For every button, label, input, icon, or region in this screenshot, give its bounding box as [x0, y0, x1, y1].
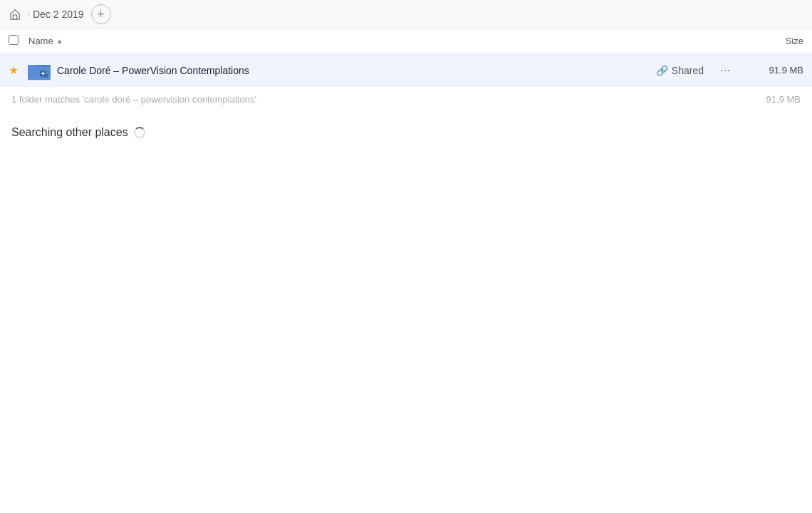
breadcrumb-separator: ›: [27, 9, 30, 19]
home-button[interactable]: [9, 8, 21, 21]
loading-spinner: [134, 127, 145, 138]
folder-icon: 🔗: [27, 58, 51, 83]
match-size: 91.9 MB: [766, 94, 801, 105]
column-header-row: Name ▲ Size: [0, 28, 812, 54]
more-options-button[interactable]: ···: [715, 61, 735, 81]
match-text: 1 folder matches 'carole doré – powervis…: [11, 94, 256, 105]
file-name-label: Carole Doré – PowerVision Contemplations: [57, 65, 656, 76]
breadcrumb-date[interactable]: Dec 2 2019: [33, 9, 84, 20]
link-icon: 🔗: [656, 65, 668, 76]
name-column-header[interactable]: Name ▲: [28, 36, 732, 46]
svg-rect-0: [13, 14, 16, 19]
checkbox-input[interactable]: [9, 35, 19, 45]
shared-label: Shared: [672, 65, 704, 76]
top-bar: › Dec 2 2019 +: [0, 0, 812, 28]
size-column-header: Size: [732, 36, 803, 46]
select-all-checkbox[interactable]: [9, 35, 23, 47]
star-icon[interactable]: ★: [9, 63, 23, 77]
searching-label: Searching other places: [11, 126, 128, 139]
searching-row: Searching other places: [0, 112, 812, 146]
file-size-value: 91.9 MB: [746, 65, 803, 76]
file-row[interactable]: ★ 🔗 Carole Doré – PowerVision Contemplat…: [0, 54, 812, 87]
shared-badge: 🔗 Shared: [656, 65, 704, 76]
sort-arrow-icon: ▲: [56, 37, 63, 45]
match-info-row: 1 folder matches 'carole doré – powervis…: [0, 87, 812, 112]
add-button[interactable]: +: [91, 4, 111, 24]
